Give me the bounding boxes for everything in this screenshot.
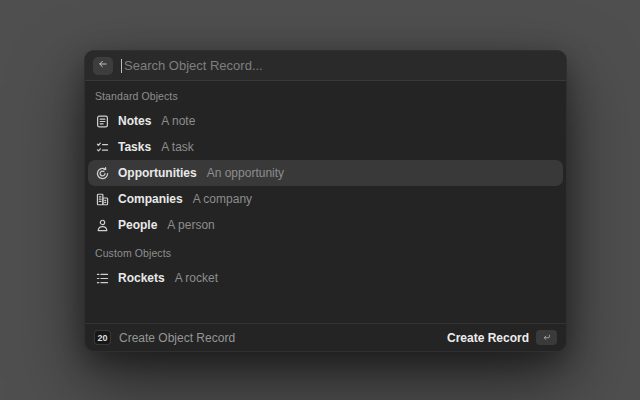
- item-description: A task: [161, 140, 194, 154]
- enter-icon: [541, 332, 552, 343]
- item-name: Companies: [118, 192, 183, 206]
- enter-keycap: [536, 330, 557, 345]
- search-object-record-modal: Standard ObjectsNotesA noteTasksA taskOp…: [84, 50, 567, 352]
- list-item-notes[interactable]: NotesA note: [88, 108, 563, 134]
- rockets-icon: [95, 271, 110, 286]
- item-description: A person: [167, 218, 214, 232]
- list-item-companies[interactable]: CompaniesA company: [88, 186, 563, 212]
- opportunities-icon: [95, 166, 110, 181]
- item-name: Notes: [118, 114, 151, 128]
- list-item-people[interactable]: PeopleA person: [88, 212, 563, 238]
- item-description: An opportunity: [207, 166, 284, 180]
- tasks-icon: [95, 140, 110, 155]
- item-description: A company: [193, 192, 252, 206]
- section-label: Custom Objects: [88, 238, 563, 265]
- list-item-rockets[interactable]: RocketsA rocket: [88, 265, 563, 291]
- list-item-tasks[interactable]: TasksA task: [88, 134, 563, 160]
- footer-badge: 20: [94, 330, 111, 345]
- create-object-record-label: Create Object Record: [119, 331, 235, 345]
- back-button[interactable]: [93, 57, 113, 75]
- create-record-button[interactable]: Create Record: [447, 330, 557, 345]
- people-icon: [95, 218, 110, 233]
- list-item-opportunities[interactable]: OpportunitiesAn opportunity: [88, 160, 563, 186]
- footer: 20 Create Object Record Create Record: [85, 323, 566, 351]
- note-icon: [95, 114, 110, 129]
- item-description: A note: [161, 114, 195, 128]
- item-name: Opportunities: [118, 166, 197, 180]
- item-name: Tasks: [118, 140, 151, 154]
- search-input[interactable]: [122, 51, 558, 80]
- section-label: Standard Objects: [88, 81, 563, 108]
- search-field: [121, 51, 558, 80]
- result-list: Standard ObjectsNotesA noteTasksA taskOp…: [85, 81, 566, 323]
- companies-icon: [95, 192, 110, 207]
- item-name: People: [118, 218, 157, 232]
- create-record-label: Create Record: [447, 331, 529, 345]
- item-name: Rockets: [118, 271, 165, 285]
- search-bar: [85, 51, 566, 81]
- item-description: A rocket: [175, 271, 218, 285]
- arrow-left-icon: [97, 58, 109, 73]
